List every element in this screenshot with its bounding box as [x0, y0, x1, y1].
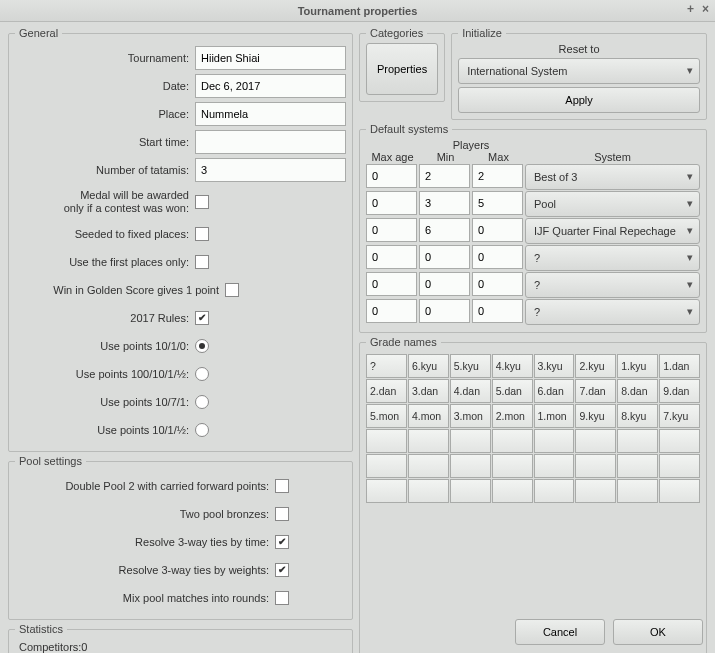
minimize-icon[interactable]: + [687, 2, 694, 16]
points-1071-radio[interactable] [195, 395, 209, 409]
grade-cell[interactable]: 7.kyu [659, 404, 700, 428]
min-input[interactable] [419, 218, 470, 242]
cancel-button[interactable]: Cancel [515, 619, 605, 645]
grade-cell[interactable] [575, 479, 616, 503]
initialize-system-select[interactable]: International System [458, 58, 700, 84]
grade-cell[interactable] [450, 454, 491, 478]
points-1001012-radio[interactable] [195, 367, 209, 381]
grade-cell[interactable] [659, 429, 700, 453]
grade-cell[interactable]: 5.dan [492, 379, 533, 403]
maxage-input[interactable] [366, 299, 417, 323]
grade-cell[interactable] [575, 454, 616, 478]
resolve-weight-checkbox[interactable]: ✔ [275, 563, 289, 577]
grade-cell[interactable] [366, 454, 407, 478]
grade-cell[interactable] [408, 479, 449, 503]
tournament-input[interactable] [195, 46, 346, 70]
date-input[interactable] [195, 74, 346, 98]
rules-checkbox[interactable]: ✔ [195, 311, 209, 325]
system-select[interactable]: ? [525, 299, 700, 325]
pool-legend: Pool settings [15, 455, 86, 467]
grade-cell[interactable] [617, 429, 658, 453]
grade-cell[interactable] [408, 454, 449, 478]
max-input[interactable] [472, 218, 523, 242]
grade-cell[interactable] [492, 479, 533, 503]
system-select[interactable]: Pool [525, 191, 700, 217]
grade-cell[interactable] [450, 479, 491, 503]
min-input[interactable] [419, 164, 470, 188]
grade-cell[interactable] [366, 479, 407, 503]
maxage-input[interactable] [366, 272, 417, 296]
grade-cell[interactable]: 4.dan [450, 379, 491, 403]
firstplaces-checkbox[interactable] [195, 255, 209, 269]
grade-cell[interactable]: 3.mon [450, 404, 491, 428]
ok-button[interactable]: OK [613, 619, 703, 645]
seeded-checkbox[interactable] [195, 227, 209, 241]
points-1012-radio[interactable] [195, 423, 209, 437]
grade-cell[interactable] [534, 479, 575, 503]
grade-cell[interactable]: 3.dan [408, 379, 449, 403]
grade-cell[interactable] [534, 429, 575, 453]
grade-cell[interactable]: 6.kyu [408, 354, 449, 378]
max-input[interactable] [472, 299, 523, 323]
max-input[interactable] [472, 191, 523, 215]
grade-cell[interactable]: 1.mon [534, 404, 575, 428]
grade-cell[interactable]: 9.dan [659, 379, 700, 403]
twobronze-checkbox[interactable] [275, 507, 289, 521]
grade-cell[interactable]: 9.kyu [575, 404, 616, 428]
maxage-input[interactable] [366, 164, 417, 188]
grade-cell[interactable] [575, 429, 616, 453]
grade-cell[interactable] [659, 479, 700, 503]
system-select[interactable]: ? [525, 272, 700, 298]
medal-checkbox[interactable] [195, 195, 209, 209]
grade-cell[interactable]: 4.kyu [492, 354, 533, 378]
min-input[interactable] [419, 245, 470, 269]
place-input[interactable] [195, 102, 346, 126]
doublepool-checkbox[interactable] [275, 479, 289, 493]
points-1010-radio[interactable] [195, 339, 209, 353]
grade-cell[interactable]: 3.kyu [534, 354, 575, 378]
system-select[interactable]: ? [525, 245, 700, 271]
grade-cell[interactable] [659, 454, 700, 478]
max-input[interactable] [472, 272, 523, 296]
mixpool-checkbox[interactable] [275, 591, 289, 605]
grade-cell[interactable] [617, 479, 658, 503]
grade-cell[interactable] [534, 454, 575, 478]
golden-checkbox[interactable] [225, 283, 239, 297]
grade-cell[interactable] [450, 429, 491, 453]
tatamis-input[interactable] [195, 158, 346, 182]
start-time-input[interactable] [195, 130, 346, 154]
grade-cell[interactable]: 5.kyu [450, 354, 491, 378]
system-select[interactable]: Best of 3 [525, 164, 700, 190]
grade-cell[interactable]: 5.mon [366, 404, 407, 428]
min-input[interactable] [419, 299, 470, 323]
grade-cell[interactable]: 2.kyu [575, 354, 616, 378]
grade-cell[interactable]: 6.dan [534, 379, 575, 403]
close-icon[interactable]: × [702, 2, 709, 16]
grade-cell[interactable]: 7.dan [575, 379, 616, 403]
apply-button[interactable]: Apply [458, 87, 700, 113]
grade-cell[interactable] [617, 454, 658, 478]
grade-cell[interactable]: 2.dan [366, 379, 407, 403]
grade-cell[interactable] [366, 429, 407, 453]
grade-cell[interactable]: 1.kyu [617, 354, 658, 378]
grade-cell[interactable]: 4.mon [408, 404, 449, 428]
system-select[interactable]: IJF Quarter Final Repechage [525, 218, 700, 244]
maxage-input[interactable] [366, 191, 417, 215]
grade-cell[interactable]: 1.dan [659, 354, 700, 378]
grade-cell[interactable] [408, 429, 449, 453]
min-input[interactable] [419, 191, 470, 215]
points-1010-label: Use points 10/1/0: [15, 340, 195, 352]
maxage-input[interactable] [366, 218, 417, 242]
resolve-time-checkbox[interactable]: ✔ [275, 535, 289, 549]
grade-cell[interactable] [492, 454, 533, 478]
min-input[interactable] [419, 272, 470, 296]
max-input[interactable] [472, 164, 523, 188]
maxage-input[interactable] [366, 245, 417, 269]
grade-cell[interactable] [492, 429, 533, 453]
grade-cell[interactable]: ? [366, 354, 407, 378]
grade-cell[interactable]: 2.mon [492, 404, 533, 428]
grade-cell[interactable]: 8.kyu [617, 404, 658, 428]
properties-button[interactable]: Properties [366, 43, 438, 95]
grade-cell[interactable]: 8.dan [617, 379, 658, 403]
max-input[interactable] [472, 245, 523, 269]
